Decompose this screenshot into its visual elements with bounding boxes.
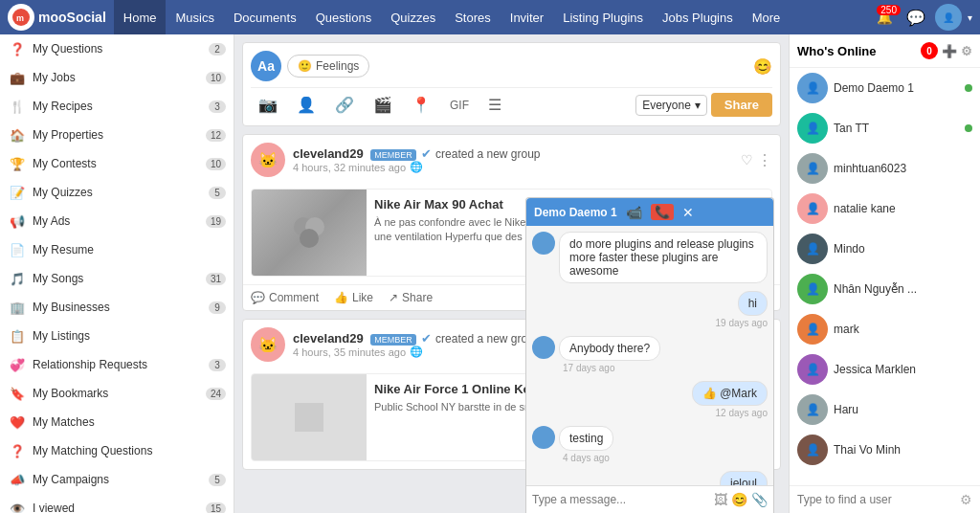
chat-input-icons: 🖼 😊 📎 [714,492,768,507]
nav-item-stores[interactable]: Stores [445,0,501,34]
post-username[interactable]: cleveland29 [293,146,364,161]
logo-icon: m [8,4,34,31]
sidebar-item-my-matches[interactable]: ❤️ My Matches [0,408,234,436]
tag-people-button[interactable]: 👤 [289,92,323,118]
account-chevron[interactable]: ▾ [968,12,972,23]
add-friend-icon[interactable]: ➕ [942,44,957,58]
online-user-item[interactable]: 👤 Haru [790,390,980,430]
sidebar-label: My Resume [33,243,226,256]
nav-item-questions[interactable]: Questions [306,0,382,34]
online-user-avatar: 👤 [797,354,828,385]
nav-item-jobs-plugins[interactable]: Jobs Plugins [653,0,743,34]
app-logo[interactable]: m mooSocial [8,4,106,31]
sidebar-item-my-questions[interactable]: ❓ My Questions 2 [0,34,234,63]
online-user-item[interactable]: 👤 Jessica Marklen [790,349,980,390]
chat-input[interactable] [532,493,710,506]
chat-message: do more plugins and release plugins more… [532,232,768,283]
sidebar-item-my-businesses[interactable]: 🏢 My Businesses 9 [0,293,234,322]
nav-item-documents[interactable]: Documents [224,0,306,34]
online-user-item[interactable]: 👤 minhtuan6023 [790,148,980,189]
notifications-button[interactable]: 🔔 250 [873,7,897,29]
user-avatar[interactable]: 👤 [935,4,962,31]
sidebar-icon: 🏢 [8,298,27,317]
sidebar-item-my-recipes[interactable]: 🍴 My Recipes 3 [0,92,234,121]
sidebar-item-my-matching-questions[interactable]: ❓ My Matching Questions [0,436,234,465]
sidebar-badge: 10 [206,158,226,170]
location-button[interactable]: 📍 [404,92,438,118]
user-badge: MEMBER [370,334,416,346]
sidebar-label: My Quizzes [33,186,209,199]
audience-chevron-icon: ▾ [695,99,701,112]
sidebar-item-my-ads[interactable]: 📢 My Ads 19 [0,207,234,235]
online-user-item[interactable]: 👤 Tan TT [790,108,980,148]
share-post-button[interactable]: ↗ Share [389,291,433,304]
nav-item-musics[interactable]: Musics [166,0,223,34]
online-user-item[interactable]: 👤 Demo Daemo 1 [790,68,980,108]
nav-item-more[interactable]: More [743,0,791,34]
feelings-button[interactable]: 🙂 Feelings [287,55,369,78]
chat-call-button[interactable]: 📞 [651,204,674,220]
sidebar-icon: 📋 [8,326,27,346]
nav-item-listing-plugins[interactable]: Listing Plugins [553,0,653,34]
chat-image-icon[interactable]: 🖼 [714,492,727,507]
sidebar-item-my-properties[interactable]: 🏠 My Properties 12 [0,121,234,149]
online-user-avatar: 👤 [797,435,828,465]
online-user-item[interactable]: 👤 Mindo [790,229,980,269]
photo-button[interactable]: 📷 [251,92,285,118]
share-icon: ↗ [389,291,398,304]
online-user-item[interactable]: 👤 Nhân Nguyễn ... [790,269,980,309]
nav-menu: HomeMusicsDocumentsQuestionsQuizzesStore… [114,0,791,34]
video-button[interactable]: 🎬 [366,92,400,118]
online-user-avatar: 👤 [797,394,828,425]
online-user-item[interactable]: 👤 mark [790,309,980,349]
chat-emoji-icon[interactable]: 😊 [731,492,747,507]
globe-icon: 🌐 [410,161,423,173]
post-username[interactable]: cleveland29 [293,331,364,346]
chat-close-button[interactable]: ✕ [679,205,697,220]
settings-icon[interactable]: ⚙ [961,44,972,58]
sidebar-item-my-bookmarks[interactable]: 🔖 My Bookmarks 24 [0,379,234,408]
like-button[interactable]: 👍 Like [334,291,373,304]
sidebar-item-my-campaigns[interactable]: 📣 My Campaigns 5 [0,465,234,494]
comment-button[interactable]: 💬 Comment [251,291,319,304]
sidebar-item-my-quizzes[interactable]: 📝 My Quizzes 5 [0,178,234,207]
online-user-avatar: 👤 [797,113,828,144]
share-link-button[interactable]: 🔗 [327,92,362,118]
online-users-list: 👤 Demo Daemo 1 👤 Tan TT 👤 minhtuan6023 👤… [790,68,980,485]
top-navigation: m mooSocial HomeMusicsDocumentsQuestions… [0,0,980,34]
chat-video-button[interactable]: 📹 [623,205,645,220]
nav-item-quizzes[interactable]: Quizzes [381,0,445,34]
find-user-input[interactable] [797,493,956,506]
online-count-badge: 0 [921,42,938,59]
post-composer: Aa 🙂 Feelings 😊 📷 👤 🔗 🎬 📍 GIF ☰ Everyone [242,42,781,126]
nav-item-inviter[interactable]: Inviter [501,0,553,34]
audience-selector[interactable]: Everyone ▾ [635,95,707,116]
sidebar-item-my-listings[interactable]: 📋 My Listings [0,322,234,350]
emoji-button[interactable]: 😊 [753,57,772,76]
more-button[interactable]: ⋮ [757,151,772,169]
chat-attach-icon[interactable]: 📎 [751,492,768,507]
sidebar-label: My Jobs [33,71,206,84]
messages-button[interactable]: 💬 [902,5,929,31]
footer-gear-icon[interactable]: ⚙ [960,492,972,507]
sidebar-item-i-viewed[interactable]: 👁️ I viewed 15 [0,494,234,513]
sidebar-item-my-contests[interactable]: 🏆 My Contests 10 [0,149,234,178]
sidebar-item-my-jobs[interactable]: 💼 My Jobs 10 [0,63,234,92]
chat-msg-time: 12 days ago [532,408,768,418]
nav-right: 🔔 250 💬 👤 ▾ [873,4,972,31]
sidebar-label: My Contests [33,157,206,170]
sidebar-item-my-songs[interactable]: 🎵 My Songs 31 [0,264,234,293]
heart-button[interactable]: ♡ [741,152,753,167]
online-user-name: mark [834,323,972,336]
svg-rect-5 [295,403,323,432]
nav-item-home[interactable]: Home [114,0,167,34]
online-user-item[interactable]: 👤 Thai Vo Minh [790,430,980,470]
gif-button[interactable]: GIF [442,95,477,116]
share-button[interactable]: Share [711,93,772,117]
online-user-item[interactable]: 👤 natalie kane [790,189,980,229]
sidebar-item-relationship-requests[interactable]: 💞 Relationship Requests 3 [0,350,234,379]
sidebar-item-my-resume[interactable]: 📄 My Resume [0,235,234,264]
svg-text:m: m [16,13,24,23]
more-options-button[interactable]: ☰ [480,92,509,118]
sidebar-label: My Businesses [33,301,209,314]
